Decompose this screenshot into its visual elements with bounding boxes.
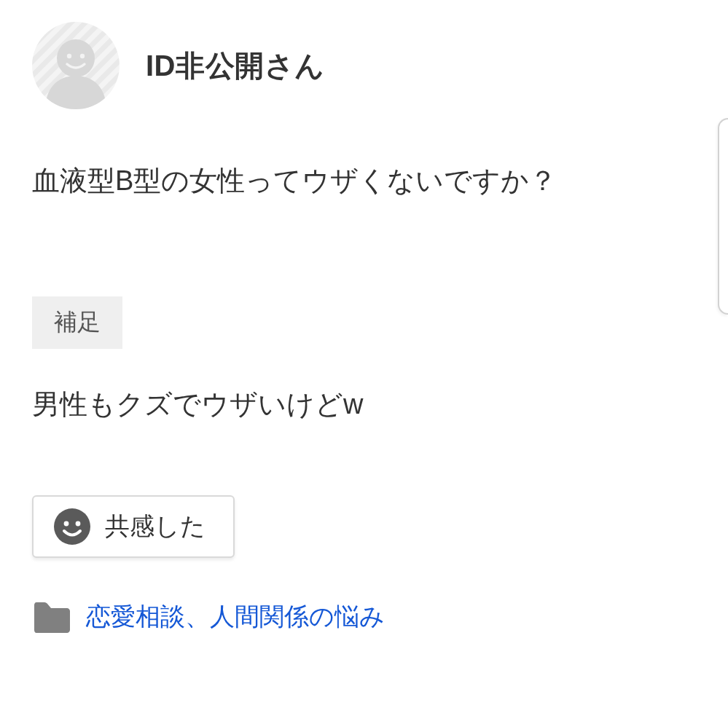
avatar-icon: [32, 22, 120, 109]
svg-point-7: [54, 508, 90, 545]
supplement-label: 補足: [32, 296, 122, 349]
supplement-body: 男性もクズでウザいけどw: [32, 384, 696, 425]
svg-point-4: [57, 39, 95, 77]
question-container: ID非公開さん 血液型B型の女性ってウザくないですか？ 補足 男性もクズでウザい…: [0, 0, 728, 634]
avatar[interactable]: [32, 22, 120, 109]
question-header: ID非公開さん: [32, 22, 696, 109]
svg-point-5: [67, 54, 71, 58]
like-label: 共感した: [105, 510, 206, 543]
folder-icon: [32, 601, 71, 633]
category-row: 恋愛相談、人間関係の悩み: [32, 600, 696, 634]
like-button[interactable]: 共感した: [32, 495, 235, 558]
category-link[interactable]: 恋愛相談、人間関係の悩み: [86, 600, 385, 634]
side-handle[interactable]: [718, 118, 728, 315]
svg-point-6: [80, 54, 85, 58]
smile-icon: [54, 508, 90, 545]
svg-point-8: [64, 521, 69, 527]
svg-point-9: [76, 521, 81, 527]
question-body: 血液型B型の女性ってウザくないですか？: [32, 160, 696, 202]
username[interactable]: ID非公開さん: [146, 46, 325, 86]
